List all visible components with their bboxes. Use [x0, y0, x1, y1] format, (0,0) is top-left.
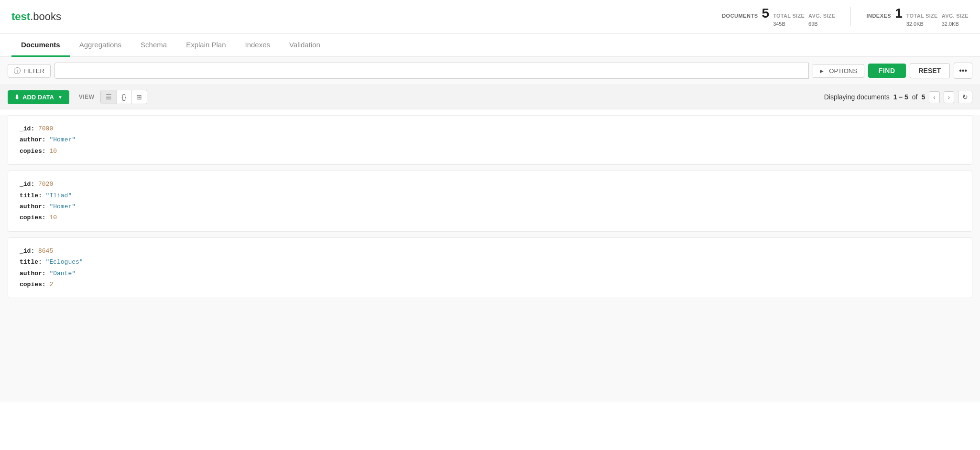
doc-field: author: "Homer" [20, 134, 960, 145]
field-value-str: "Homer" [49, 136, 76, 143]
prev-page-button[interactable]: ‹ [929, 91, 939, 103]
documents-toolbar: ⬇ ADD DATA ▼ VIEW ☰ {} ⊞ Displaying docu… [0, 85, 980, 109]
options-button[interactable]: ▶ OPTIONS [813, 64, 864, 78]
doc-field: _id: 7020 [20, 179, 960, 190]
doc-field: title: "Eclogues" [20, 257, 960, 268]
field-value-num: 2 [49, 281, 53, 288]
pagination-prefix: Displaying documents [824, 93, 890, 101]
tab-explain-plan[interactable]: Explain Plan [176, 34, 235, 57]
field-key: copies: [20, 148, 49, 155]
filter-button[interactable]: i FILTER [8, 64, 51, 78]
app-title: test.books [11, 11, 61, 23]
indexes-sub-stats: TOTAL SIZE 32.0KB [906, 12, 938, 28]
tab-bar: Documents Aggregations Schema Explain Pl… [0, 34, 980, 57]
indexes-total-size-label: TOTAL SIZE [906, 12, 938, 20]
documents-sub-stats: TOTAL SIZE 345B [773, 12, 805, 28]
filter-input[interactable] [60, 65, 804, 76]
document-card: _id: 7020 title: "Iliad" author: "Homer"… [8, 171, 972, 232]
pagination-of: of [912, 93, 918, 101]
header-stats: DOCUMENTS 5 TOTAL SIZE 345B AVG. SIZE 69… [722, 6, 969, 28]
indexes-avg-size-label: AVG. SIZE [942, 12, 969, 20]
docs-avg-size-label: AVG. SIZE [808, 12, 835, 20]
filter-bar: i FILTER ▶ OPTIONS FIND RESET ••• [0, 57, 980, 85]
pagination-total: 5 [922, 93, 926, 101]
documents-label: DOCUMENTS [722, 13, 758, 19]
reset-button[interactable]: RESET [910, 63, 950, 78]
add-data-icon: ⬇ [14, 94, 20, 101]
field-key: author: [20, 136, 49, 143]
field-value-num: 7020 [38, 181, 53, 188]
tab-aggregations[interactable]: Aggregations [70, 34, 131, 57]
doc-field: _id: 7000 [20, 123, 960, 134]
indexes-avg-stats: AVG. SIZE 32.0KB [942, 12, 969, 28]
add-data-button[interactable]: ⬇ ADD DATA ▼ [8, 90, 69, 104]
view-label: VIEW [79, 94, 95, 100]
indexes-stat-group: INDEXES 1 TOTAL SIZE 32.0KB AVG. SIZE 32… [866, 6, 969, 28]
filter-info-icon: i [14, 67, 21, 74]
indexes-count: 1 [895, 6, 903, 21]
view-json-button[interactable]: {} [117, 90, 131, 104]
find-button[interactable]: FIND [868, 64, 906, 78]
field-value-str: "Eclogues" [46, 258, 83, 266]
tab-schema[interactable]: Schema [131, 34, 176, 57]
add-data-arrow-icon: ▼ [58, 95, 63, 100]
doc-field: copies: 10 [20, 212, 960, 223]
documents-avg-stats: AVG. SIZE 69B [808, 12, 835, 28]
doc-field: _id: 8645 [20, 246, 960, 257]
doc-field: author: "Homer" [20, 201, 960, 212]
docs-total-size: 345B [773, 20, 785, 28]
pagination-info: Displaying documents 1 – 5 of 5 ‹ › ↻ [824, 91, 972, 103]
indexes-label: INDEXES [866, 13, 891, 19]
field-key: _id: [20, 125, 38, 132]
field-value-str: "Dante" [49, 270, 76, 277]
document-card: _id: 8645 title: "Eclogues" author: "Dan… [8, 237, 972, 299]
next-page-button[interactable]: › [944, 91, 954, 103]
documents-count: 5 [762, 6, 770, 21]
tab-validation[interactable]: Validation [280, 34, 330, 57]
view-toggle: ☰ {} ⊞ [100, 90, 147, 104]
indexes-total-size: 32.0KB [906, 20, 924, 28]
field-value-num: 7000 [38, 125, 53, 132]
field-key: _id: [20, 247, 38, 255]
refresh-button[interactable]: ↻ [958, 91, 972, 103]
field-key: copies: [20, 281, 49, 288]
documents-area: _id: 7000 author: "Homer" copies: 10 _id… [0, 115, 980, 402]
app-title-test: test [11, 11, 30, 22]
docs-total-size-label: TOTAL SIZE [773, 12, 805, 20]
stat-divider [850, 7, 851, 26]
field-key: title: [20, 258, 46, 266]
docs-avg-size: 69B [808, 20, 818, 28]
view-table-button[interactable]: ⊞ [131, 90, 147, 104]
doc-field: author: "Dante" [20, 268, 960, 279]
options-label: OPTIONS [829, 67, 857, 75]
app-title-books: books [33, 11, 61, 22]
more-options-button[interactable]: ••• [954, 63, 972, 79]
field-value-num: 10 [49, 148, 57, 155]
doc-field: title: "Iliad" [20, 190, 960, 201]
field-key: author: [20, 270, 49, 277]
header: test.books DOCUMENTS 5 TOTAL SIZE 345B A… [0, 0, 980, 34]
tab-indexes[interactable]: Indexes [236, 34, 280, 57]
view-list-button[interactable]: ☰ [101, 90, 117, 104]
field-value-str: "Iliad" [46, 192, 72, 199]
document-card: _id: 7000 author: "Homer" copies: 10 [8, 115, 972, 165]
filter-label: FILTER [23, 67, 44, 75]
doc-field: copies: 10 [20, 146, 960, 157]
doc-field: copies: 2 [20, 279, 960, 290]
field-value-num: 8645 [38, 247, 53, 255]
pagination-range: 1 – 5 [893, 93, 908, 101]
field-value-num: 10 [49, 214, 57, 221]
documents-stat-group: DOCUMENTS 5 TOTAL SIZE 345B AVG. SIZE 69… [722, 6, 835, 28]
tab-documents[interactable]: Documents [11, 34, 70, 57]
filter-input-wrap [54, 63, 809, 79]
field-value-str: "Homer" [49, 203, 76, 210]
field-key: _id: [20, 181, 38, 188]
field-key: copies: [20, 214, 49, 221]
indexes-avg-size: 32.0KB [942, 20, 959, 28]
field-key: author: [20, 203, 49, 210]
add-data-label: ADD DATA [22, 94, 54, 101]
field-key: title: [20, 192, 46, 199]
